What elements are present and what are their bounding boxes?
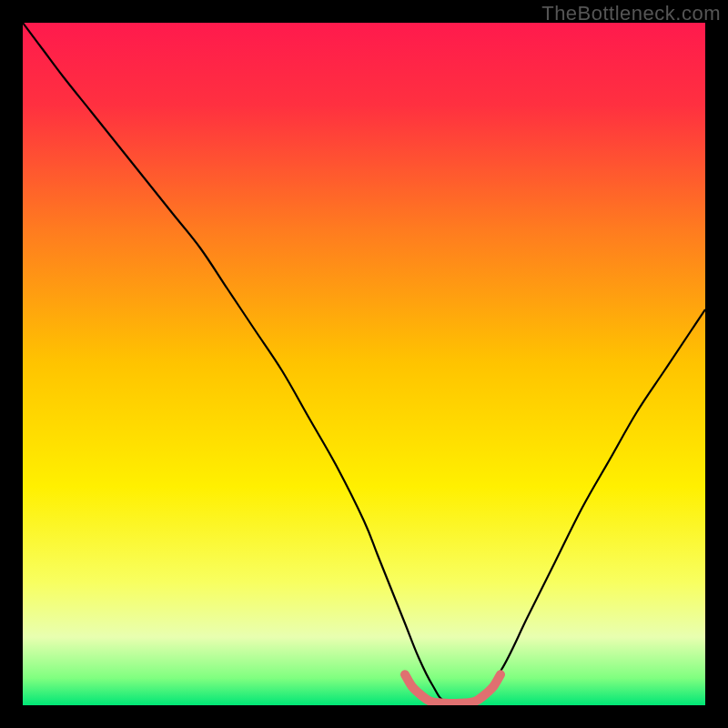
watermark-label: TheBottleneck.com [541, 2, 721, 25]
chart-frame: TheBottleneck.com [0, 0, 728, 728]
plot-area [23, 23, 705, 705]
chart-background [23, 23, 705, 705]
chart-svg [23, 23, 705, 705]
